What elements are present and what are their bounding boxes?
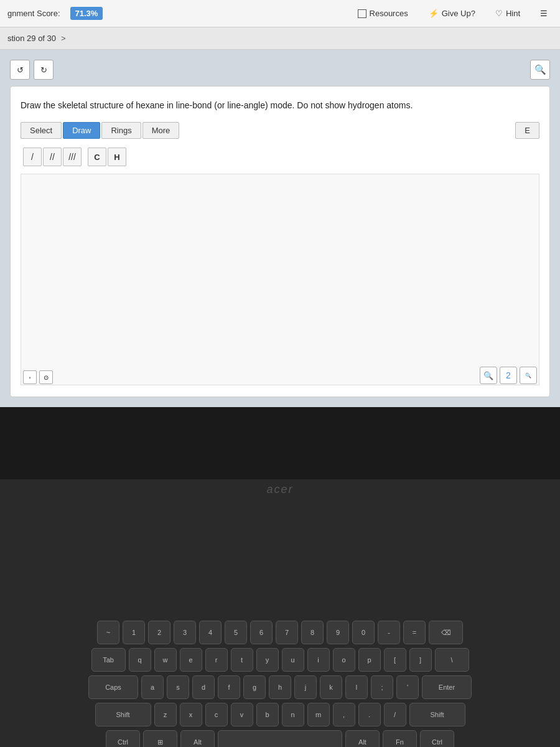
bottom-left-tools: ◦ ⊙ xyxy=(23,370,53,384)
carbon-atom-button[interactable]: C xyxy=(88,148,106,166)
key-space[interactable] xyxy=(218,730,342,747)
key-s[interactable]: s xyxy=(167,675,189,699)
key-6[interactable]: 6 xyxy=(250,621,273,644)
key-1[interactable]: 1 xyxy=(123,621,145,644)
more-button[interactable]: More xyxy=(142,122,180,139)
zoom-out-button[interactable]: 🔍 xyxy=(520,367,537,384)
keyboard-area: acer ~ 1 2 3 4 5 6 7 8 9 0 - = ⌫ Tab q w… xyxy=(0,479,560,747)
key-grave[interactable]: ~ xyxy=(97,621,119,644)
score-label: gnment Score: xyxy=(7,9,60,18)
key-4[interactable]: 4 xyxy=(199,621,222,644)
key-n[interactable]: n xyxy=(282,703,304,726)
zoom-reset-label: 2 xyxy=(506,370,511,380)
undo-button[interactable]: ↺ xyxy=(10,60,30,80)
eraser-small-button[interactable]: ◦ xyxy=(23,370,37,384)
lasso-icon: ⊙ xyxy=(44,374,49,381)
question-text: Draw the skeletal structure of hexane in… xyxy=(21,99,539,112)
key-backspace[interactable]: ⌫ xyxy=(429,621,463,644)
key-e[interactable]: e xyxy=(180,648,202,672)
key-h[interactable]: h xyxy=(269,675,291,699)
key-ctrl-left[interactable]: Ctrl xyxy=(106,730,140,747)
resources-button[interactable]: Resources xyxy=(352,6,414,21)
key-alt-right[interactable]: Alt xyxy=(345,730,380,747)
key-l[interactable]: l xyxy=(345,675,368,699)
key-rbracket[interactable]: ] xyxy=(409,648,432,672)
key-tab[interactable]: Tab xyxy=(91,648,126,672)
key-comma[interactable]: , xyxy=(333,703,355,726)
key-y[interactable]: y xyxy=(256,648,279,672)
hint-button[interactable]: ♡ Hint xyxy=(490,6,525,21)
key-slash[interactable]: / xyxy=(384,703,406,726)
key-win[interactable]: ⊞ xyxy=(143,730,177,747)
key-0[interactable]: 0 xyxy=(352,621,375,644)
key-z[interactable]: z xyxy=(154,703,177,726)
key-ctrl-right[interactable]: Ctrl xyxy=(420,730,454,747)
key-9[interactable]: 9 xyxy=(327,621,349,644)
zoom-controls: 🔍 2 🔍 xyxy=(480,367,537,384)
draw-button[interactable]: Draw xyxy=(63,122,100,139)
key-equals[interactable]: = xyxy=(403,621,426,644)
key-minus[interactable]: - xyxy=(378,621,400,644)
key-o[interactable]: o xyxy=(333,648,355,672)
key-w[interactable]: w xyxy=(154,648,177,672)
key-caps[interactable]: Caps xyxy=(88,675,138,699)
zoom-in-button[interactable]: 🔍 xyxy=(480,367,497,384)
key-shift-right[interactable]: Shift xyxy=(409,703,465,726)
key-d[interactable]: d xyxy=(192,675,215,699)
give-up-button[interactable]: ⚡ Give Up? xyxy=(424,6,480,21)
key-j[interactable]: j xyxy=(294,675,317,699)
double-bond-button[interactable]: // xyxy=(43,148,62,166)
bond-atom-tools: / // /// C H xyxy=(23,148,539,166)
hydrogen-atom-button[interactable]: H xyxy=(108,148,126,166)
key-7[interactable]: 7 xyxy=(276,621,298,644)
key-a[interactable]: a xyxy=(141,675,164,699)
key-v[interactable]: v xyxy=(231,703,253,726)
hint-label: Hint xyxy=(506,9,520,18)
menu-button[interactable]: ☰ xyxy=(535,6,553,21)
erase-button[interactable]: E xyxy=(515,122,539,139)
drawing-card: Draw the skeletal structure of hexane in… xyxy=(10,86,550,397)
key-f[interactable]: f xyxy=(218,675,240,699)
key-t[interactable]: t xyxy=(231,648,253,672)
key-x[interactable]: x xyxy=(180,703,202,726)
single-bond-button[interactable]: / xyxy=(23,148,42,166)
zoom-reset-button[interactable]: 2 xyxy=(500,367,517,384)
key-p[interactable]: p xyxy=(358,648,381,672)
search-button[interactable]: 🔍 xyxy=(530,60,550,80)
key-semicolon[interactable]: ; xyxy=(371,675,393,699)
key-fn[interactable]: Fn xyxy=(383,730,417,747)
key-i[interactable]: i xyxy=(307,648,330,672)
key-5[interactable]: 5 xyxy=(225,621,247,644)
chevron-right-icon[interactable]: > xyxy=(61,34,66,43)
key-quote[interactable]: ' xyxy=(396,675,419,699)
drawing-toolbar: Select Draw Rings More E xyxy=(21,122,539,139)
key-2[interactable]: 2 xyxy=(148,621,170,644)
key-lbracket[interactable]: [ xyxy=(384,648,406,672)
eraser-icon: ◦ xyxy=(29,374,31,381)
key-m[interactable]: m xyxy=(307,703,330,726)
key-period[interactable]: . xyxy=(358,703,381,726)
key-g[interactable]: g xyxy=(243,675,266,699)
key-enter[interactable]: Enter xyxy=(422,675,472,699)
lasso-button[interactable]: ⊙ xyxy=(39,370,53,384)
key-u[interactable]: u xyxy=(282,648,304,672)
key-backslash[interactable]: \ xyxy=(435,648,469,672)
key-k[interactable]: k xyxy=(320,675,342,699)
key-row-3: Caps a s d f g h j k l ; ' Enter xyxy=(6,675,554,699)
triple-bond-button[interactable]: /// xyxy=(63,148,82,166)
question-bar: stion 29 of 30 > xyxy=(0,27,560,50)
key-8[interactable]: 8 xyxy=(301,621,324,644)
redo-button[interactable]: ↻ xyxy=(34,60,54,80)
key-q[interactable]: q xyxy=(129,648,151,672)
key-row-4: Shift z x c v b n m , . / Shift xyxy=(6,703,554,726)
rings-button[interactable]: Rings xyxy=(101,122,141,139)
key-b[interactable]: b xyxy=(256,703,279,726)
key-r[interactable]: r xyxy=(205,648,228,672)
select-button[interactable]: Select xyxy=(21,122,62,139)
key-c[interactable]: c xyxy=(205,703,228,726)
key-alt-left[interactable]: Alt xyxy=(180,730,215,747)
drawing-canvas[interactable] xyxy=(21,174,539,385)
give-up-label: Give Up? xyxy=(442,9,475,18)
key-shift-left[interactable]: Shift xyxy=(95,703,151,726)
key-3[interactable]: 3 xyxy=(174,621,196,644)
